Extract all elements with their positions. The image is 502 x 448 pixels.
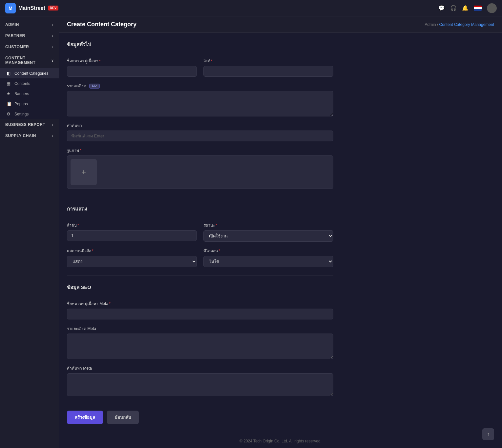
input-link[interactable] [203,66,333,77]
group-meta-description: รายละเอียด Meta [67,325,333,359]
group-name: ชื่อหมวดหมู่เนื้อหา* [67,58,197,77]
input-name[interactable] [67,66,197,77]
sidebar-item-admin[interactable]: ADMIN › [0,19,59,30]
sidebar-item-banners[interactable]: ★ Banners [0,89,59,99]
sidebar-item-supply-chain[interactable]: SUPPLY CHAIN › [0,130,59,141]
row-search: คำค้นหา [67,122,333,141]
chevron-right-icon: › [52,134,53,138]
sidebar-item-customer[interactable]: CUSTOMER › [0,41,59,52]
chevron-right-icon: › [52,23,53,27]
select-mobile[interactable]: แสดง ไม่แสดง [67,256,197,267]
group-mobile: แสดงบนมือถือ* แสดง ไม่แสดง [67,248,197,267]
headset-icon[interactable]: 🎧 [450,5,457,11]
section-display-title: การแสดง [67,205,333,215]
textarea-meta-search[interactable] [67,373,333,396]
row-mobile-icon: แสดงบนมือถือ* แสดง ไม่แสดง มีไอคอน* ไม่ใ… [67,248,333,267]
logo-icon: M [5,3,16,13]
chat-icon[interactable]: 💬 [438,5,445,11]
main-content: Create Content Category Admin / Content … [59,16,502,448]
page-title: Create Content Category [67,21,136,28]
contents-icon: ▦ [7,81,12,86]
settings-icon: ⚙ [7,112,12,116]
chevron-down-icon: ∨ [51,59,54,62]
input-search[interactable] [67,131,333,141]
chevron-right-icon: › [52,123,53,127]
create-button[interactable]: สร้างข้อมูล [67,411,103,424]
ai-badge: AI✓ [89,84,99,89]
sidebar-item-business-report[interactable]: BUSINESS REPORT › [0,119,59,130]
select-has-icon[interactable]: ไม่ใช่ ใช่ [203,256,333,267]
scroll-to-top-button[interactable]: ↑ [482,428,494,440]
row-order-status: ลำดับ* สถานะ* เปิดใช้งาน ปิดใช้งาน [67,222,333,242]
categories-icon: ◧ [7,71,12,76]
bell-icon[interactable]: 🔔 [462,5,469,11]
section-general-title: ข้อมูลทั่วไป [67,41,333,51]
input-order[interactable] [67,230,197,241]
group-link: ลิงค์* [203,58,333,77]
section-divider-1 [67,197,333,197]
sidebar-item-content-management[interactable]: CONTENT MANAGEMENT ∨ [0,52,59,68]
label-order: ลำดับ* [67,222,197,228]
breadcrumb-current[interactable]: Content Category Management [439,22,494,27]
label-meta-search: คำค้นหา Meta [67,365,333,371]
flag-icon [474,6,482,11]
banners-icon: ★ [7,91,12,96]
chevron-right-icon: › [52,34,53,38]
group-description: รายละเอียด AI✓ [67,83,333,116]
env-badge: DEV [48,6,59,10]
layout: ADMIN › PARTNER › CUSTOMER › CONTENT MAN… [0,16,502,448]
sidebar-item-popups[interactable]: 📋 Popups [0,99,59,109]
sidebar-item-settings[interactable]: ⚙ Settings [0,109,59,119]
select-status[interactable]: เปิดใช้งาน ปิดใช้งาน [203,230,333,242]
row-name-link: ชื่อหมวดหมู่เนื้อหา* ลิงค์* [67,58,333,77]
row-image: รูปภาพ* + [67,147,333,189]
form-area: ข้อมูลทั่วไป ชื่อหมวดหมู่เนื้อหา* ลิงค์* [59,33,341,432]
image-upload-area: + [67,155,333,189]
image-add-button[interactable]: + [71,159,97,185]
sidebar-item-partner[interactable]: PARTNER › [0,30,59,41]
chevron-right-icon: › [52,45,53,49]
topbar: Create Content Category Admin / Content … [59,16,502,33]
section-divider-2 [67,275,333,275]
label-name: ชื่อหมวดหมู่เนื้อหา* [67,58,197,64]
label-image: รูปภาพ* [67,147,333,153]
group-status: สถานะ* เปิดใช้งาน ปิดใช้งาน [203,222,333,242]
footer-text: © 2024 Tech Origin Co. Ltd. All rights r… [240,439,322,443]
group-image: รูปภาพ* + [67,147,333,189]
label-search: คำค้นหา [67,122,333,129]
input-meta-name[interactable] [67,309,333,319]
label-meta-description: รายละเอียด Meta [67,325,333,332]
row-meta-description: รายละเอียด Meta [67,325,333,359]
row-description: รายละเอียด AI✓ [67,83,333,116]
button-row: สร้างข้อมูล ย้อนกลับ [67,405,333,424]
label-status: สถานะ* [203,222,333,228]
sidebar-item-content-categories[interactable]: ◧ Content Categories [0,68,59,78]
header-icons: 💬 🎧 🔔 [438,3,497,13]
group-order: ลำดับ* [67,222,197,242]
logo-area: M MainStreet DEV [5,3,58,13]
sidebar: ADMIN › PARTNER › CUSTOMER › CONTENT MAN… [0,16,59,448]
header: M MainStreet DEV 💬 🎧 🔔 [0,0,502,16]
back-button[interactable]: ย้อนกลับ [107,411,139,424]
group-search: คำค้นหา [67,122,333,141]
breadcrumb-separator: / [437,22,439,27]
textarea-description[interactable] [67,91,333,116]
label-link: ลิงค์* [203,58,333,64]
avatar[interactable] [487,3,497,13]
row-meta-search: คำค้นหา Meta [67,365,333,396]
group-meta-search: คำค้นหา Meta [67,365,333,396]
row-meta-name: ชื่อหมวดหมู่เนื้อหา Meta* [67,300,333,319]
logo-text: MainStreet [18,5,45,11]
breadcrumb: Admin / Content Category Management [425,22,494,27]
label-mobile: แสดงบนมือถือ* [67,248,197,254]
sidebar-item-contents[interactable]: ▦ Contents [0,78,59,89]
label-meta-name: ชื่อหมวดหมู่เนื้อหา Meta* [67,300,333,307]
group-meta-name: ชื่อหมวดหมู่เนื้อหา Meta* [67,300,333,319]
footer: © 2024 Tech Origin Co. Ltd. All rights r… [59,432,502,448]
label-description: รายละเอียด AI✓ [67,83,333,89]
label-has-icon: มีไอคอน* [203,248,333,254]
textarea-meta-description[interactable] [67,334,333,359]
popups-icon: 📋 [7,101,12,106]
group-icon: มีไอคอน* ไม่ใช่ ใช่ [203,248,333,267]
breadcrumb-parent: Admin [425,22,436,27]
